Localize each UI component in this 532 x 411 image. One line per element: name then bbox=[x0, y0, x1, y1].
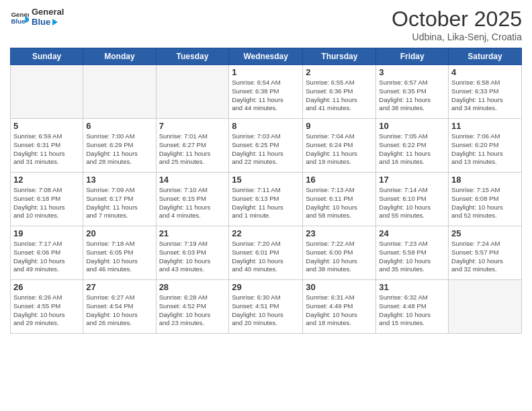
day-info: Sunrise: 7:18 AM Sunset: 6:05 PM Dayligh… bbox=[86, 240, 152, 274]
day-number: 25 bbox=[451, 228, 519, 238]
day-info: Sunrise: 7:08 AM Sunset: 6:18 PM Dayligh… bbox=[13, 186, 80, 220]
day-number: 12 bbox=[13, 175, 80, 185]
day-number: 13 bbox=[86, 175, 152, 185]
day-info: Sunrise: 6:27 AM Sunset: 4:54 PM Dayligh… bbox=[86, 293, 152, 328]
day-info: Sunrise: 7:24 AM Sunset: 5:57 PM Dayligh… bbox=[451, 240, 519, 274]
day-number: 8 bbox=[232, 121, 300, 131]
calendar-cell: 11Sunrise: 7:06 AM Sunset: 6:20 PM Dayli… bbox=[449, 119, 522, 173]
day-info: Sunrise: 6:54 AM Sunset: 6:38 PM Dayligh… bbox=[232, 79, 300, 113]
calendar-cell: 24Sunrise: 7:23 AM Sunset: 5:58 PM Dayli… bbox=[376, 226, 449, 280]
day-info: Sunrise: 6:57 AM Sunset: 6:35 PM Dayligh… bbox=[379, 79, 445, 113]
calendar-cell: 4Sunrise: 6:58 AM Sunset: 6:33 PM Daylig… bbox=[449, 65, 522, 119]
day-info: Sunrise: 6:30 AM Sunset: 4:51 PM Dayligh… bbox=[232, 293, 300, 328]
day-info: Sunrise: 6:58 AM Sunset: 6:33 PM Dayligh… bbox=[451, 79, 519, 113]
calendar-cell: 14Sunrise: 7:10 AM Sunset: 6:15 PM Dayli… bbox=[156, 173, 229, 226]
page-container: General Blue General Blue October 2025 U… bbox=[0, 0, 532, 340]
day-number: 18 bbox=[451, 175, 519, 185]
location-subtitle: Udbina, Lika-Senj, Croatia bbox=[392, 32, 522, 42]
day-number: 26 bbox=[13, 282, 80, 292]
day-number: 10 bbox=[379, 121, 445, 131]
day-number: 31 bbox=[379, 282, 445, 292]
calendar-cell: 31Sunrise: 6:32 AM Sunset: 4:48 PM Dayli… bbox=[376, 280, 449, 334]
day-info: Sunrise: 7:20 AM Sunset: 6:01 PM Dayligh… bbox=[232, 240, 300, 274]
calendar-cell: 1Sunrise: 6:54 AM Sunset: 6:38 PM Daylig… bbox=[229, 65, 303, 119]
month-title: October 2025 bbox=[392, 7, 522, 32]
day-info: Sunrise: 7:09 AM Sunset: 6:17 PM Dayligh… bbox=[86, 186, 152, 220]
calendar-table: SundayMondayTuesdayWednesdayThursdayFrid… bbox=[10, 48, 522, 334]
title-block: October 2025 Udbina, Lika-Senj, Croatia bbox=[392, 7, 522, 42]
day-info: Sunrise: 6:59 AM Sunset: 6:31 PM Dayligh… bbox=[13, 132, 80, 167]
day-number: 21 bbox=[159, 228, 226, 238]
day-info: Sunrise: 7:10 AM Sunset: 6:15 PM Dayligh… bbox=[159, 186, 226, 220]
calendar-cell: 6Sunrise: 7:00 AM Sunset: 6:29 PM Daylig… bbox=[83, 119, 156, 173]
day-info: Sunrise: 7:13 AM Sunset: 6:11 PM Dayligh… bbox=[306, 186, 373, 220]
day-info: Sunrise: 7:22 AM Sunset: 6:00 PM Dayligh… bbox=[306, 240, 373, 274]
day-info: Sunrise: 7:19 AM Sunset: 6:03 PM Dayligh… bbox=[159, 240, 226, 274]
calendar-cell: 27Sunrise: 6:27 AM Sunset: 4:54 PM Dayli… bbox=[83, 280, 156, 334]
calendar-cell: 18Sunrise: 7:15 AM Sunset: 6:08 PM Dayli… bbox=[449, 173, 522, 226]
calendar-cell: 29Sunrise: 6:30 AM Sunset: 4:51 PM Dayli… bbox=[229, 280, 303, 334]
day-info: Sunrise: 7:11 AM Sunset: 6:13 PM Dayligh… bbox=[232, 186, 300, 220]
calendar-cell: 3Sunrise: 6:57 AM Sunset: 6:35 PM Daylig… bbox=[376, 65, 449, 119]
calendar-cell: 9Sunrise: 7:04 AM Sunset: 6:24 PM Daylig… bbox=[303, 119, 376, 173]
weekday-header-saturday: Saturday bbox=[449, 48, 522, 65]
day-info: Sunrise: 7:17 AM Sunset: 6:06 PM Dayligh… bbox=[13, 240, 80, 274]
calendar-cell: 20Sunrise: 7:18 AM Sunset: 6:05 PM Dayli… bbox=[83, 226, 156, 280]
day-number: 16 bbox=[306, 175, 373, 185]
day-number: 24 bbox=[379, 228, 445, 238]
logo-general-text: General bbox=[32, 7, 64, 17]
day-number: 29 bbox=[232, 282, 300, 292]
day-number: 2 bbox=[306, 67, 373, 77]
calendar-week-3: 19Sunrise: 7:17 AM Sunset: 6:06 PM Dayli… bbox=[11, 226, 522, 280]
day-info: Sunrise: 7:23 AM Sunset: 5:58 PM Dayligh… bbox=[379, 240, 445, 274]
day-info: Sunrise: 7:15 AM Sunset: 6:08 PM Dayligh… bbox=[451, 186, 519, 220]
day-info: Sunrise: 7:01 AM Sunset: 6:27 PM Dayligh… bbox=[159, 132, 226, 167]
calendar-cell: 19Sunrise: 7:17 AM Sunset: 6:06 PM Dayli… bbox=[11, 226, 83, 280]
day-number: 6 bbox=[86, 121, 152, 131]
calendar-cell: 23Sunrise: 7:22 AM Sunset: 6:00 PM Dayli… bbox=[303, 226, 376, 280]
calendar-cell: 25Sunrise: 7:24 AM Sunset: 5:57 PM Dayli… bbox=[449, 226, 522, 280]
day-info: Sunrise: 7:05 AM Sunset: 6:22 PM Dayligh… bbox=[379, 132, 445, 167]
weekday-header-wednesday: Wednesday bbox=[229, 48, 303, 65]
day-number: 3 bbox=[379, 67, 445, 77]
calendar-week-2: 12Sunrise: 7:08 AM Sunset: 6:18 PM Dayli… bbox=[11, 173, 522, 226]
logo-blue-text: Blue bbox=[32, 17, 64, 27]
calendar-cell bbox=[449, 280, 522, 334]
day-number: 30 bbox=[306, 282, 373, 292]
day-number: 7 bbox=[159, 121, 226, 131]
calendar-cell: 15Sunrise: 7:11 AM Sunset: 6:13 PM Dayli… bbox=[229, 173, 303, 226]
calendar-cell: 22Sunrise: 7:20 AM Sunset: 6:01 PM Dayli… bbox=[229, 226, 303, 280]
calendar-cell: 16Sunrise: 7:13 AM Sunset: 6:11 PM Dayli… bbox=[303, 173, 376, 226]
calendar-week-4: 26Sunrise: 6:26 AM Sunset: 4:55 PM Dayli… bbox=[11, 280, 522, 334]
day-info: Sunrise: 7:04 AM Sunset: 6:24 PM Dayligh… bbox=[306, 132, 373, 167]
day-number: 20 bbox=[86, 228, 152, 238]
day-number: 23 bbox=[306, 228, 373, 238]
svg-text:Blue: Blue bbox=[11, 17, 26, 25]
day-number: 27 bbox=[86, 282, 152, 292]
calendar-cell: 28Sunrise: 6:28 AM Sunset: 4:52 PM Dayli… bbox=[156, 280, 229, 334]
logo-arrow-icon bbox=[52, 19, 58, 26]
weekday-header-thursday: Thursday bbox=[303, 48, 376, 65]
day-info: Sunrise: 6:32 AM Sunset: 4:48 PM Dayligh… bbox=[379, 293, 445, 328]
day-info: Sunrise: 7:03 AM Sunset: 6:25 PM Dayligh… bbox=[232, 132, 300, 167]
calendar-cell: 8Sunrise: 7:03 AM Sunset: 6:25 PM Daylig… bbox=[229, 119, 303, 173]
day-number: 5 bbox=[13, 121, 80, 131]
weekday-header-friday: Friday bbox=[376, 48, 449, 65]
day-info: Sunrise: 7:14 AM Sunset: 6:10 PM Dayligh… bbox=[379, 186, 445, 220]
day-info: Sunrise: 6:55 AM Sunset: 6:36 PM Dayligh… bbox=[306, 79, 373, 113]
day-number: 11 bbox=[451, 121, 519, 131]
day-info: Sunrise: 6:28 AM Sunset: 4:52 PM Dayligh… bbox=[159, 293, 226, 328]
weekday-header-sunday: Sunday bbox=[11, 48, 83, 65]
calendar-cell bbox=[11, 65, 83, 119]
calendar-cell bbox=[156, 65, 229, 119]
calendar-cell: 10Sunrise: 7:05 AM Sunset: 6:22 PM Dayli… bbox=[376, 119, 449, 173]
calendar-cell: 21Sunrise: 7:19 AM Sunset: 6:03 PM Dayli… bbox=[156, 226, 229, 280]
weekday-header-monday: Monday bbox=[83, 48, 156, 65]
calendar-cell: 13Sunrise: 7:09 AM Sunset: 6:17 PM Dayli… bbox=[83, 173, 156, 226]
day-info: Sunrise: 7:00 AM Sunset: 6:29 PM Dayligh… bbox=[86, 132, 152, 167]
calendar-cell: 5Sunrise: 6:59 AM Sunset: 6:31 PM Daylig… bbox=[11, 119, 83, 173]
day-info: Sunrise: 6:31 AM Sunset: 4:49 PM Dayligh… bbox=[306, 293, 373, 328]
calendar-cell bbox=[83, 65, 156, 119]
day-number: 22 bbox=[232, 228, 300, 238]
day-number: 14 bbox=[159, 175, 226, 185]
